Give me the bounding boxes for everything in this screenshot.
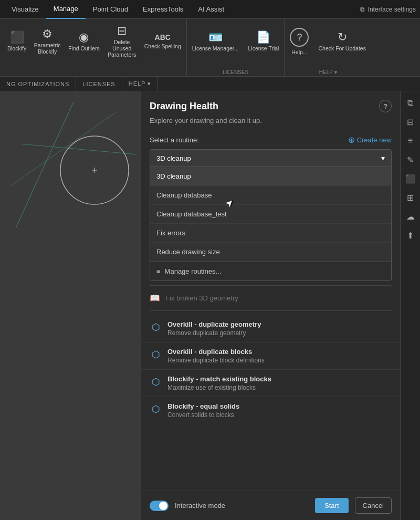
section-bar-help[interactable]: HELP ▾: [122, 77, 159, 91]
parametric-blockify-icon: ⚙: [42, 28, 52, 40]
svg-line-2: [10, 112, 116, 186]
dropdown-item-cleanup-db[interactable]: Cleanup database: [150, 186, 391, 205]
blockify-button[interactable]: ⬛ Blockify: [3, 21, 30, 62]
svg-line-1: [21, 144, 136, 154]
license-manager-button[interactable]: 🪪 License Manager...: [188, 21, 243, 62]
plus-icon: ⊕: [348, 135, 355, 145]
routine-dropdown[interactable]: 3D cleanup ▾ 3D cleanup Cleanup database…: [150, 149, 392, 281]
check-spelling-icon: ABC: [155, 34, 171, 41]
main-area: ··· Drawing Health ? Explore your drawin…: [0, 91, 420, 520]
help-button[interactable]: ? Help...: [286, 21, 313, 62]
routine-item-overkill-geometry[interactable]: ⬡ Overkill - duplicate geometry Remove d…: [141, 315, 400, 342]
section-bar: NG OPTIMIZATIONS LICENSES HELP ▾: [0, 77, 420, 91]
interactive-mode-toggle[interactable]: [150, 501, 169, 511]
check-updates-icon: ↻: [338, 32, 347, 43]
help-label: HELP ▾: [286, 68, 370, 75]
ribbon-group-optimizations: ⬛ Blockify ⚙ Parametric Blockify ◉ Find …: [2, 19, 187, 76]
check-spelling-button[interactable]: ABC Check Spelling: [140, 21, 185, 62]
sidebar-icon-list[interactable]: ≡: [402, 132, 419, 149]
sidebar-icon-cloud[interactable]: ☁: [402, 208, 419, 225]
nav-tab-ai-assist[interactable]: AI Assist: [191, 0, 232, 19]
nav-tab-express-tools[interactable]: ExpressTools: [135, 0, 191, 19]
panel-scroll-area[interactable]: Select a routine: ⊕ Create new 3D cleanu…: [141, 133, 400, 491]
blockify-icon: ⬛: [10, 32, 24, 43]
dropdown-selected-value: 3D cleanup: [156, 154, 191, 162]
licenses-label: LICENSES: [188, 68, 284, 75]
panel-help-button[interactable]: ?: [379, 100, 392, 112]
nav-tab-visualize[interactable]: Visualize: [4, 0, 46, 19]
parametric-blockify-button[interactable]: ⚙ Parametric Blockify: [32, 21, 63, 62]
delete-unused-params-icon: ⊟: [117, 25, 127, 37]
overkill-geometry-desc: Remove duplicate geometry: [167, 329, 261, 337]
ribbon-group-help: ? Help... ↻ Check For Updates HELP ▾: [285, 19, 371, 76]
license-trial-button[interactable]: 📄 License Trial: [244, 21, 284, 62]
blockify-match-name: Blockify - match existing blocks: [167, 375, 271, 383]
fix-broken-label: Fix broken 3D geometry: [165, 294, 238, 302]
fix-broken-icon: 📖: [150, 293, 160, 303]
right-sidebar: ⧉ ⊟ ≡ ✎ ⬛ ⊞ ☁ ⬆: [400, 91, 420, 520]
blockify-solids-icon: ⬡: [150, 403, 162, 415]
fix-broken-item[interactable]: 📖 Fix broken 3D geometry: [141, 290, 400, 306]
sliders-icon: ⧉: [360, 6, 365, 13]
dropdown-list: 3D cleanup Cleanup database Cleanup data…: [150, 167, 392, 281]
panel-footer: Interactive mode Start Cancel: [141, 491, 400, 520]
dropdown-item-reduce-drawing[interactable]: Reduce drawing size: [150, 243, 391, 262]
chevron-down-icon: ▾: [381, 154, 385, 162]
license-manager-icon: 🪪: [208, 32, 223, 43]
cad-drawing: [10, 102, 142, 233]
check-updates-button[interactable]: ↻ Check For Updates: [314, 21, 370, 62]
sidebar-icon-block[interactable]: ⬛: [402, 170, 419, 187]
routine-item-blockify-solids[interactable]: ⬡ Blockify - equal solids Convert solids…: [141, 397, 400, 424]
cancel-button[interactable]: Cancel: [355, 497, 392, 514]
help-icon: ?: [290, 28, 309, 47]
routine-item-overkill-blocks[interactable]: ⬡ Overkill - duplicate blocks Remove dup…: [141, 342, 400, 370]
overkill-geometry-icon: ⬡: [150, 321, 162, 333]
dropdown-item-fix-errors[interactable]: Fix errors: [150, 224, 391, 243]
sidebar-icon-pencil[interactable]: ✎: [402, 151, 419, 168]
blockify-match-desc: Maximize use of existing blocks: [167, 384, 271, 391]
section-bar-licenses: LICENSES: [76, 77, 122, 91]
create-new-button[interactable]: ⊕ Create new: [348, 135, 392, 145]
overkill-blocks-desc: Remove duplicate block definitions: [167, 357, 265, 364]
dropdown-item-cleanup-db-test[interactable]: Cleanup database_test: [150, 205, 391, 224]
divider-2: [150, 310, 392, 311]
routine-item-blockify-match[interactable]: ⬡ Blockify - match existing blocks Maxim…: [141, 370, 400, 397]
sidebar-icon-sliders[interactable]: ⧉: [402, 95, 419, 111]
blockify-solids-name: Blockify - equal solids: [167, 402, 239, 410]
sidebar-icon-layers[interactable]: ⊟: [402, 113, 419, 130]
ribbon-buttons-licenses: 🪪 License Manager... 📄 License Trial: [188, 21, 284, 68]
nav-tab-manage[interactable]: Manage: [46, 0, 86, 19]
overkill-geometry-name: Overkill - duplicate geometry: [167, 320, 261, 328]
ribbon-buttons-help: ? Help... ↻ Check For Updates: [286, 21, 370, 68]
ribbon-buttons-optimizations: ⬛ Blockify ⚙ Parametric Blockify ◉ Find …: [3, 21, 185, 75]
delete-unused-params-button[interactable]: ⊟ Delete Unused Parameters: [105, 21, 139, 62]
divider-1: [150, 285, 392, 286]
panel-title: Drawing Health: [150, 101, 218, 112]
overkill-blocks-icon: ⬡: [150, 349, 162, 360]
ribbon: ⬛ Blockify ⚙ Parametric Blockify ◉ Find …: [0, 19, 420, 77]
nav-tab-point-cloud[interactable]: Point Cloud: [86, 0, 135, 19]
interface-settings-btn[interactable]: ⧉ Interface settings: [360, 6, 416, 13]
start-button[interactable]: Start: [315, 498, 348, 513]
manage-routines-button[interactable]: ≡ Manage routines...: [150, 262, 391, 280]
sidebar-icon-upload[interactable]: ⬆: [402, 227, 419, 244]
license-trial-icon: 📄: [256, 32, 270, 43]
blockify-solids-desc: Convert solids to blocks: [167, 411, 239, 419]
panel-section-label: Select a routine: ⊕ Create new: [141, 133, 400, 149]
dropdown-header[interactable]: 3D cleanup ▾: [150, 149, 392, 167]
section-bar-optimizations: NG OPTIMIZATIONS: [6, 77, 76, 91]
interactive-mode-label: Interactive mode: [175, 502, 309, 509]
panel-subtitle: Explore your drawing and clean it up.: [141, 117, 400, 133]
manage-routines-icon: ≡: [156, 267, 161, 275]
top-nav: Visualize Manage Point Cloud ExpressTool…: [0, 0, 420, 19]
ribbon-group-licenses: 🪪 License Manager... 📄 License Trial LIC…: [187, 19, 285, 76]
find-outliers-icon: ◉: [79, 32, 89, 43]
blockify-match-icon: ⬡: [150, 376, 162, 388]
drawing-health-panel: Drawing Health ? Explore your drawing an…: [141, 91, 400, 520]
svg-line-0: [16, 102, 74, 228]
overkill-blocks-name: Overkill - duplicate blocks: [167, 348, 265, 356]
find-outliers-button[interactable]: ◉ Find Outliers: [64, 21, 104, 62]
sidebar-icon-monitor[interactable]: ⊞: [402, 189, 419, 206]
dropdown-item-3d-cleanup[interactable]: 3D cleanup: [150, 167, 391, 186]
panel-header: Drawing Health ?: [141, 91, 400, 117]
